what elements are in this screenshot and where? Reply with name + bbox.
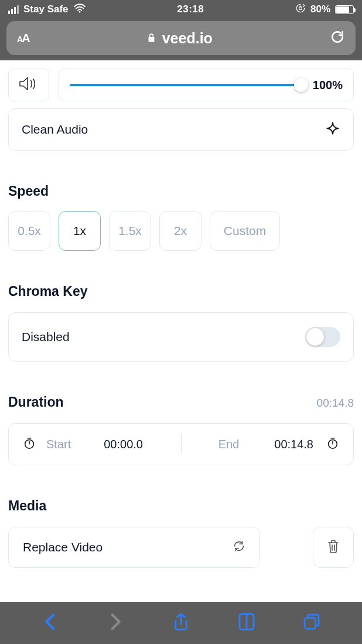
duration-start-value: 00:00.0 [104,438,143,451]
speaker-icon [18,75,40,95]
url-domain: veed.io [162,30,213,47]
svg-rect-5 [305,618,316,629]
reload-button[interactable] [330,29,345,47]
url-bar[interactable]: AA veed.io [6,21,356,55]
status-bar: Stay Safe 23:18 80% [0,0,362,19]
speed-title: Speed [8,183,354,199]
stopwatch-icon [326,437,339,452]
duration-end[interactable]: End 00:14.8 [182,437,340,452]
chroma-toggle[interactable] [305,327,340,347]
duration-row: Start 00:00.0 End 00:14.8 [8,423,354,465]
chroma-state-label: Disabled [22,330,70,344]
refresh-icon [233,540,245,556]
back-button[interactable] [41,612,60,633]
clean-audio-row[interactable]: Clean Audio [8,108,354,151]
volume-percent: 100% [313,79,343,92]
speed-option-3[interactable]: 2x [159,211,202,251]
speed-option-1[interactable]: 1x [59,211,101,251]
speed-option-custom[interactable]: Custom [210,211,280,251]
volume-row: 100% [8,69,354,101]
volume-icon-box[interactable] [8,69,49,101]
battery-icon [335,5,354,14]
stopwatch-icon [23,437,36,452]
chroma-title: Chroma Key [8,284,354,299]
signal-icon [8,5,19,14]
carrier-label: Stay Safe [23,4,69,15]
svg-rect-1 [299,6,302,9]
reader-textsize-button[interactable]: AA [17,32,29,45]
trash-icon [326,539,340,556]
duration-start[interactable]: Start 00:00.0 [23,437,181,452]
svg-point-0 [78,11,80,12]
browser-urlbar-area: AA veed.io [0,19,362,60]
speed-option-2[interactable]: 1.5x [109,211,151,251]
duration-end-label: End [218,438,240,451]
svg-rect-2 [148,37,154,42]
delete-media-button[interactable] [313,527,354,568]
wifi-icon [73,3,86,16]
browser-toolbar [0,602,362,644]
chroma-row: Disabled [8,312,354,362]
replace-video-button[interactable]: Replace Video [8,527,260,568]
volume-slider-thumb[interactable] [294,78,308,92]
tabs-button[interactable] [302,612,321,633]
orientation-lock-icon [295,3,306,16]
speed-options: 0.5x 1x 1.5x 2x Custom [8,211,354,251]
media-title: Media [8,498,354,514]
status-time: 23:18 [86,4,295,15]
bookmarks-button[interactable] [237,612,256,633]
sparkle-icon [325,121,340,139]
chroma-toggle-knob [306,328,324,346]
duration-title: Duration [8,394,64,410]
forward-button[interactable] [106,612,125,633]
replace-video-label: Replace Video [23,540,103,554]
share-button[interactable] [172,612,190,633]
duration-total: 00:14.8 [317,397,354,410]
duration-end-value: 00:14.8 [274,438,313,451]
speed-option-0[interactable]: 0.5x [8,211,50,251]
clean-audio-label: Clean Audio [22,122,88,137]
lock-icon [146,30,156,47]
volume-slider-box: 100% [59,69,354,101]
duration-start-label: Start [46,438,71,451]
volume-slider[interactable] [70,84,302,86]
battery-pct: 80% [310,4,330,15]
